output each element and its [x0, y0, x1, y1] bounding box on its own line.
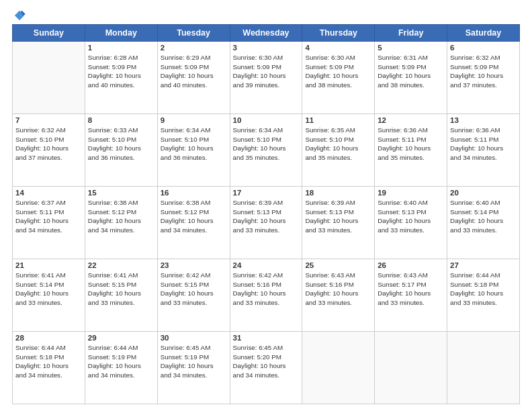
calendar-table: SundayMondayTuesdayWednesdayThursdayFrid…: [12, 24, 520, 404]
day-number: 14: [15, 189, 82, 197]
week-row-5: 28Sunrise: 6:44 AM Sunset: 5:18 PM Dayli…: [13, 332, 520, 404]
day-info: Sunrise: 6:31 AM Sunset: 5:09 PM Dayligh…: [378, 53, 444, 90]
day-number: 7: [15, 116, 82, 124]
day-info: Sunrise: 6:34 AM Sunset: 5:10 PM Dayligh…: [233, 126, 300, 163]
week-row-1: 1Sunrise: 6:28 AM Sunset: 5:09 PM Daylig…: [13, 42, 520, 114]
day-info: Sunrise: 6:43 AM Sunset: 5:16 PM Dayligh…: [305, 271, 371, 308]
calendar-cell: 3Sunrise: 6:30 AM Sunset: 5:09 PM Daylig…: [230, 42, 302, 114]
day-number: 13: [450, 116, 517, 124]
weekday-friday: Friday: [375, 25, 447, 42]
day-number: 12: [378, 116, 444, 124]
day-number: 24: [233, 261, 300, 269]
day-number: 19: [378, 189, 444, 197]
day-info: Sunrise: 6:38 AM Sunset: 5:12 PM Dayligh…: [161, 198, 227, 235]
calendar-cell: 21Sunrise: 6:41 AM Sunset: 5:14 PM Dayli…: [13, 259, 85, 332]
logo-icon: [13, 9, 26, 21]
day-info: Sunrise: 6:29 AM Sunset: 5:09 PM Dayligh…: [161, 53, 227, 90]
calendar-cell: 13Sunrise: 6:36 AM Sunset: 5:11 PM Dayli…: [447, 114, 520, 187]
day-info: Sunrise: 6:36 AM Sunset: 5:11 PM Dayligh…: [378, 126, 444, 163]
calendar-cell: 25Sunrise: 6:43 AM Sunset: 5:16 PM Dayli…: [302, 259, 375, 332]
day-info: Sunrise: 6:44 AM Sunset: 5:18 PM Dayligh…: [450, 271, 517, 308]
weekday-header-row: SundayMondayTuesdayWednesdayThursdayFrid…: [13, 25, 520, 42]
day-info: Sunrise: 6:35 AM Sunset: 5:10 PM Dayligh…: [305, 126, 371, 163]
calendar-cell: 5Sunrise: 6:31 AM Sunset: 5:09 PM Daylig…: [375, 42, 447, 114]
day-number: 10: [233, 116, 300, 124]
week-row-3: 14Sunrise: 6:37 AM Sunset: 5:11 PM Dayli…: [13, 187, 520, 259]
calendar-cell: 18Sunrise: 6:39 AM Sunset: 5:13 PM Dayli…: [302, 187, 375, 259]
day-info: Sunrise: 6:32 AM Sunset: 5:10 PM Dayligh…: [15, 126, 82, 163]
calendar-cell: 14Sunrise: 6:37 AM Sunset: 5:11 PM Dayli…: [13, 187, 85, 259]
calendar-cell: 9Sunrise: 6:34 AM Sunset: 5:10 PM Daylig…: [157, 114, 230, 187]
calendar-cell: 7Sunrise: 6:32 AM Sunset: 5:10 PM Daylig…: [13, 114, 85, 187]
day-number: 31: [233, 334, 300, 342]
weekday-thursday: Thursday: [302, 25, 375, 42]
day-info: Sunrise: 6:40 AM Sunset: 5:13 PM Dayligh…: [378, 198, 444, 235]
day-info: Sunrise: 6:34 AM Sunset: 5:10 PM Dayligh…: [161, 126, 227, 163]
day-number: 5: [378, 44, 444, 52]
calendar-cell: 12Sunrise: 6:36 AM Sunset: 5:11 PM Dayli…: [375, 114, 447, 187]
day-number: 18: [305, 189, 371, 197]
day-info: Sunrise: 6:44 AM Sunset: 5:19 PM Dayligh…: [88, 343, 154, 380]
day-info: Sunrise: 6:42 AM Sunset: 5:16 PM Dayligh…: [233, 271, 300, 308]
week-row-4: 21Sunrise: 6:41 AM Sunset: 5:14 PM Dayli…: [13, 259, 520, 332]
day-number: 30: [161, 334, 227, 342]
day-info: Sunrise: 6:40 AM Sunset: 5:14 PM Dayligh…: [450, 198, 517, 235]
day-number: 23: [161, 261, 227, 269]
calendar-cell: 19Sunrise: 6:40 AM Sunset: 5:13 PM Dayli…: [375, 187, 447, 259]
calendar-cell: 23Sunrise: 6:42 AM Sunset: 5:15 PM Dayli…: [157, 259, 230, 332]
day-info: Sunrise: 6:41 AM Sunset: 5:14 PM Dayligh…: [15, 271, 82, 308]
day-number: 9: [161, 116, 227, 124]
calendar-cell: 28Sunrise: 6:44 AM Sunset: 5:18 PM Dayli…: [13, 332, 85, 404]
day-number: 26: [378, 261, 444, 269]
calendar-cell: 27Sunrise: 6:44 AM Sunset: 5:18 PM Dayli…: [447, 259, 520, 332]
day-number: 16: [161, 189, 227, 197]
day-number: 8: [88, 116, 154, 124]
calendar-cell: 15Sunrise: 6:38 AM Sunset: 5:12 PM Dayli…: [85, 187, 157, 259]
weekday-sunday: Sunday: [13, 25, 85, 42]
day-info: Sunrise: 6:37 AM Sunset: 5:11 PM Dayligh…: [15, 198, 82, 235]
calendar-cell: [302, 332, 375, 404]
day-info: Sunrise: 6:33 AM Sunset: 5:10 PM Dayligh…: [88, 126, 154, 163]
day-number: 4: [305, 44, 371, 52]
calendar-cell: 22Sunrise: 6:41 AM Sunset: 5:15 PM Dayli…: [85, 259, 157, 332]
calendar-cell: 17Sunrise: 6:39 AM Sunset: 5:13 PM Dayli…: [230, 187, 302, 259]
calendar-cell: 2Sunrise: 6:29 AM Sunset: 5:09 PM Daylig…: [157, 42, 230, 114]
day-info: Sunrise: 6:32 AM Sunset: 5:09 PM Dayligh…: [450, 53, 517, 90]
calendar-cell: [375, 332, 447, 404]
calendar-cell: 16Sunrise: 6:38 AM Sunset: 5:12 PM Dayli…: [157, 187, 230, 259]
day-info: Sunrise: 6:30 AM Sunset: 5:09 PM Dayligh…: [233, 53, 300, 90]
calendar-cell: 10Sunrise: 6:34 AM Sunset: 5:10 PM Dayli…: [230, 114, 302, 187]
calendar-cell: 4Sunrise: 6:30 AM Sunset: 5:09 PM Daylig…: [302, 42, 375, 114]
day-number: 22: [88, 261, 154, 269]
week-row-2: 7Sunrise: 6:32 AM Sunset: 5:10 PM Daylig…: [13, 114, 520, 187]
calendar-cell: 26Sunrise: 6:43 AM Sunset: 5:17 PM Dayli…: [375, 259, 447, 332]
day-number: 1: [88, 44, 154, 52]
calendar-cell: 1Sunrise: 6:28 AM Sunset: 5:09 PM Daylig…: [85, 42, 157, 114]
day-number: 11: [305, 116, 371, 124]
weekday-monday: Monday: [85, 25, 157, 42]
day-number: 21: [15, 261, 82, 269]
calendar-cell: 29Sunrise: 6:44 AM Sunset: 5:19 PM Dayli…: [85, 332, 157, 404]
day-number: 17: [233, 189, 300, 197]
calendar-cell: 30Sunrise: 6:45 AM Sunset: 5:19 PM Dayli…: [157, 332, 230, 404]
calendar-cell: [447, 332, 520, 404]
day-info: Sunrise: 6:38 AM Sunset: 5:12 PM Dayligh…: [88, 198, 154, 235]
day-info: Sunrise: 6:30 AM Sunset: 5:09 PM Dayligh…: [305, 53, 371, 90]
day-number: 27: [450, 261, 517, 269]
day-number: 28: [15, 334, 82, 342]
day-number: 15: [88, 189, 154, 197]
calendar-cell: 11Sunrise: 6:35 AM Sunset: 5:10 PM Dayli…: [302, 114, 375, 187]
weekday-tuesday: Tuesday: [157, 25, 230, 42]
weekday-saturday: Saturday: [447, 25, 520, 42]
calendar-cell: 31Sunrise: 6:45 AM Sunset: 5:20 PM Dayli…: [230, 332, 302, 404]
page: SundayMondayTuesdayWednesdayThursdayFrid…: [0, 0, 532, 411]
day-number: 25: [305, 261, 371, 269]
day-number: 29: [88, 334, 154, 342]
day-number: 6: [450, 44, 517, 52]
day-info: Sunrise: 6:39 AM Sunset: 5:13 PM Dayligh…: [233, 198, 300, 235]
day-number: 3: [233, 44, 300, 52]
day-info: Sunrise: 6:36 AM Sunset: 5:11 PM Dayligh…: [450, 126, 517, 163]
day-info: Sunrise: 6:28 AM Sunset: 5:09 PM Dayligh…: [88, 53, 154, 90]
logo: [12, 9, 26, 21]
calendar-cell: 20Sunrise: 6:40 AM Sunset: 5:14 PM Dayli…: [447, 187, 520, 259]
